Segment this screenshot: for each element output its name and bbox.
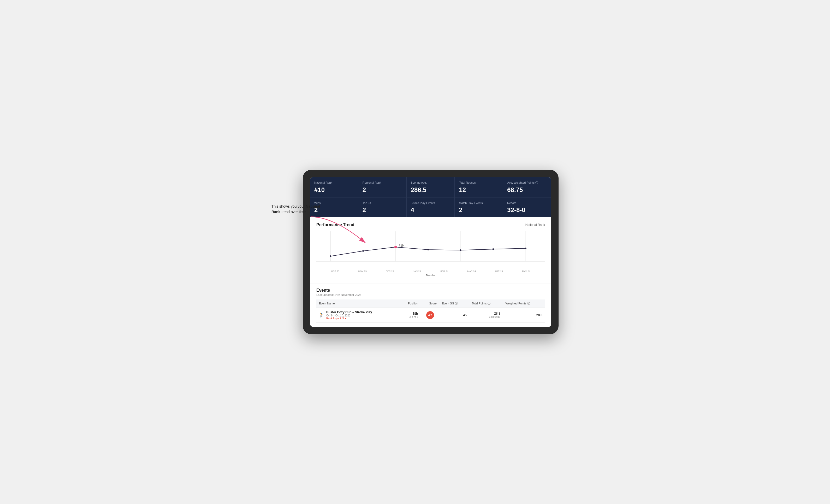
- event-score: -22: [421, 308, 439, 323]
- performance-title: Performance Trend: [316, 223, 354, 227]
- svg-point-12: [427, 249, 429, 250]
- performance-header: Performance Trend National Rank: [316, 223, 545, 227]
- col-event-name: Event Name: [316, 300, 399, 308]
- svg-text:#10: #10: [399, 244, 404, 247]
- svg-point-10: [362, 250, 364, 252]
- chart-area: #10: [316, 231, 545, 268]
- stat-record: Record 32-8-0: [503, 198, 551, 217]
- event-position: 6th out of 7: [399, 308, 421, 323]
- event-total-points: 28.3 3 Rounds: [469, 308, 503, 323]
- col-event-sg: Event SG ⓘ: [439, 300, 469, 308]
- x-label-apr24: APR 24: [485, 270, 513, 273]
- event-weighted-points: 28.3: [503, 308, 545, 323]
- performance-section: Performance Trend National Rank: [310, 217, 551, 283]
- events-title: Events: [316, 288, 545, 293]
- x-label-feb24: FEB 24: [430, 270, 458, 273]
- event-name-info: Buster Cozy Cup – Stroke Play Oct 9 – Oc…: [326, 310, 372, 320]
- events-section: Events Last updated: 24th November 2023 …: [310, 283, 551, 327]
- table-row: 🏌️ Buster Cozy Cup – Stroke Play Oct 9 –…: [316, 308, 545, 323]
- col-score: Score: [421, 300, 439, 308]
- event-name-cell: 🏌️ Buster Cozy Cup – Stroke Play Oct 9 –…: [316, 308, 399, 323]
- event-golf-icon: 🏌️: [319, 312, 324, 317]
- events-last-updated: Last updated: 24th November 2023: [316, 293, 545, 296]
- x-label-jan24: JAN 24: [404, 270, 431, 273]
- stat-national-rank: National Rank #10: [310, 177, 358, 197]
- event-name-text: Buster Cozy Cup – Stroke Play: [326, 310, 372, 314]
- tablet-frame: National Rank #10 Regional Rank 2 Scorin…: [303, 170, 558, 334]
- x-label-may24: MAY 24: [513, 270, 540, 273]
- svg-point-14: [492, 248, 494, 250]
- stat-scoring-avg: Scoring Avg. 286.5: [407, 177, 455, 197]
- stats-header-row2: Wins 2 Top 3s 2 Stroke Play Events 4 Mat…: [310, 198, 551, 217]
- x-label-oct23: OCT 23: [322, 270, 349, 273]
- stats-header-row1: National Rank #10 Regional Rank 2 Scorin…: [310, 177, 551, 197]
- stat-total-rounds: Total Rounds 12: [455, 177, 503, 197]
- score-badge: -22: [426, 311, 434, 319]
- tablet-screen: National Rank #10 Regional Rank 2 Scorin…: [310, 177, 551, 327]
- col-weighted-points: Weighted Points ⓘ: [503, 300, 545, 308]
- annotation-text: This shows you your National Rank trend …: [272, 204, 324, 215]
- stat-regional-rank: Regional Rank 2: [358, 177, 407, 197]
- events-table-header-row: Event Name Position Score Event SG ⓘ Tot: [316, 300, 545, 308]
- svg-point-15: [525, 247, 526, 249]
- event-sg: 0.45: [439, 308, 469, 323]
- svg-point-11: [394, 246, 397, 248]
- svg-point-9: [330, 256, 331, 257]
- performance-chart: #10: [316, 231, 545, 268]
- col-position: Position: [399, 300, 421, 308]
- chart-x-axis-label: Months: [316, 274, 545, 277]
- event-date: Oct 9 – Oct 10, 2023: [326, 314, 372, 317]
- events-table: Event Name Position Score Event SG ⓘ Tot: [316, 300, 545, 323]
- rank-down-icon: ▼: [344, 317, 347, 320]
- outer-wrapper: This shows you your National Rank trend …: [272, 170, 558, 334]
- stat-top3s: Top 3s 2: [358, 198, 407, 217]
- col-total-points: Total Points ⓘ: [469, 300, 503, 308]
- x-label-mar24: MAR 24: [458, 270, 485, 273]
- stat-stroke-play-events: Stroke Play Events 4: [407, 198, 455, 217]
- national-rank-label: National Rank: [525, 223, 545, 227]
- rank-impact: Rank Impact: 3 ▼: [326, 317, 372, 320]
- stat-avg-weighted-points: Avg. Weighted Points ⓘ 68.75: [503, 177, 551, 197]
- stat-match-play-events: Match Play Events 2: [455, 198, 503, 217]
- svg-point-13: [460, 249, 461, 251]
- chart-x-labels: OCT 23 NOV 23 DEC 23 JAN 24 FEB 24 MAR 2…: [316, 270, 545, 273]
- x-label-nov23: NOV 23: [349, 270, 376, 273]
- x-label-dec23: DEC 23: [376, 270, 404, 273]
